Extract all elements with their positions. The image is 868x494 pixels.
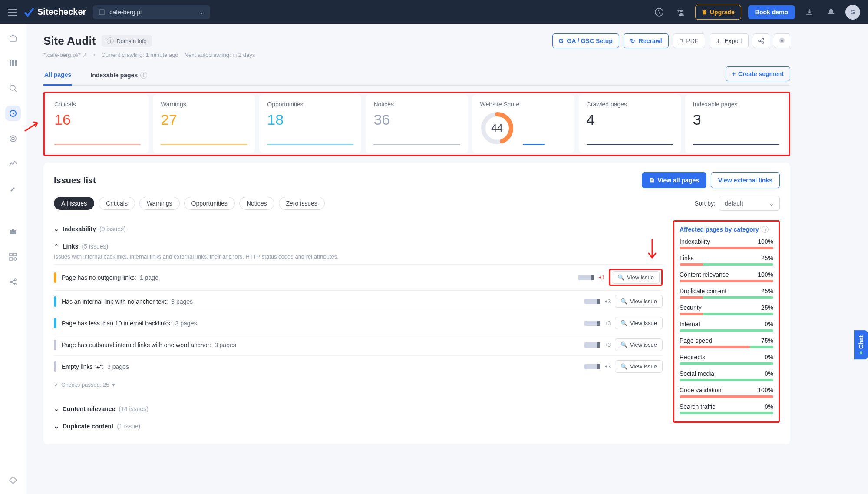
chevron-down-icon: ▾ xyxy=(112,381,115,388)
view-issue-button[interactable]: 🔍View issue xyxy=(615,295,663,308)
nav-monitor-icon[interactable] xyxy=(5,80,21,96)
filter-notices[interactable]: Notices xyxy=(239,197,274,210)
site-selector[interactable]: cafe-berg.pl ⌄ xyxy=(93,5,210,19)
dot-icon xyxy=(860,351,862,354)
issue-text: Page has no outgoing links: 1 page xyxy=(62,274,158,281)
affected-row[interactable]: Page speed75% xyxy=(680,337,773,348)
nav-briefcase-icon[interactable] xyxy=(5,224,21,239)
info-icon: i xyxy=(140,72,147,79)
main-content: Site Audit i Domain info GGA / GSC Setup… xyxy=(26,24,808,494)
download-icon[interactable] xyxy=(802,5,817,20)
card-website-score[interactable]: Website Score 44 xyxy=(472,95,574,153)
filter-criticals[interactable]: Criticals xyxy=(99,197,135,210)
view-external-links-button[interactable]: View external links xyxy=(711,172,780,188)
affected-row[interactable]: Content relevance100% xyxy=(680,271,773,282)
domain-path[interactable]: *.cafe-berg.pl/* ↗ xyxy=(43,52,87,58)
card-opportunities[interactable]: Opportunities 18 xyxy=(259,95,361,153)
tab-all-pages[interactable]: All pages xyxy=(43,66,72,86)
svg-rect-13 xyxy=(10,253,12,256)
ga-gsc-button[interactable]: GGA / GSC Setup xyxy=(552,33,619,48)
filter-all-issues[interactable]: All issues xyxy=(54,197,94,210)
affected-row[interactable]: Code validation100% xyxy=(680,387,773,398)
add-user-icon[interactable] xyxy=(673,5,688,20)
svg-point-9 xyxy=(10,136,16,142)
user-avatar[interactable]: G xyxy=(845,5,860,20)
nav-share-icon[interactable] xyxy=(5,274,21,290)
card-indexable-pages[interactable]: Indexable pages 3 xyxy=(685,95,787,153)
view-issue-button[interactable]: 🔍View issue xyxy=(615,360,663,373)
create-segment-button[interactable]: +Create segment xyxy=(726,66,790,81)
category-duplicate-content[interactable]: ⌄ Duplicate content (1 issue) xyxy=(54,418,663,435)
card-notices[interactable]: Notices 36 xyxy=(366,95,468,153)
severity-indicator xyxy=(54,361,56,372)
svg-rect-4 xyxy=(10,60,11,66)
card-criticals[interactable]: Criticals 16 xyxy=(46,95,149,153)
filter-zero-issues[interactable]: Zero issues xyxy=(279,197,325,210)
category-indexability[interactable]: ⌄ Indexability (9 issues) xyxy=(54,220,663,238)
affected-row[interactable]: Duplicate content25% xyxy=(680,288,773,299)
severity-indicator xyxy=(54,340,56,350)
svg-rect-5 xyxy=(12,60,14,66)
tab-indexable-pages[interactable]: Indexable pagesi xyxy=(89,66,148,85)
svg-point-10 xyxy=(12,137,14,140)
affected-row[interactable]: Internal0% xyxy=(680,321,773,332)
recrawl-button[interactable]: ↻Recrawl xyxy=(624,33,669,48)
site-name: cafe-berg.pl xyxy=(109,9,142,16)
issue-row: Page has no outgoing links: 1 page +1 🔍V… xyxy=(54,264,663,290)
view-all-pages-button[interactable]: 🗎View all pages xyxy=(642,172,706,188)
nav-home-icon[interactable] xyxy=(5,30,21,46)
filter-opportunities[interactable]: Opportunities xyxy=(184,197,235,210)
category-content-relevance[interactable]: ⌄ Content relevance (14 issues) xyxy=(54,400,663,418)
info-icon[interactable]: i xyxy=(762,226,769,233)
external-link-icon: ↗ xyxy=(83,52,87,58)
affected-pages-box: Affected pages by category i Indexabilit… xyxy=(673,220,780,423)
nav-tools-icon[interactable] xyxy=(5,181,21,197)
affected-row[interactable]: Social media0% xyxy=(680,370,773,381)
export-button[interactable]: ⤓Export xyxy=(710,33,749,48)
affected-row[interactable]: Search traffic0% xyxy=(680,403,773,414)
svg-point-20 xyxy=(759,40,760,42)
card-crawled-pages[interactable]: Crawled pages 4 xyxy=(579,95,681,153)
notifications-icon[interactable] xyxy=(824,5,838,20)
category-links[interactable]: ⌃ Links (5 issues) xyxy=(54,238,663,255)
sort-select[interactable]: default⌄ xyxy=(719,196,780,211)
nav-dashboard-icon[interactable] xyxy=(5,55,21,71)
affected-title: Affected pages by category i xyxy=(680,226,773,233)
search-icon: 🔍 xyxy=(620,341,627,348)
share-button[interactable] xyxy=(753,33,769,48)
nav-widget-icon[interactable] xyxy=(5,472,21,488)
card-warnings[interactable]: Warnings 27 xyxy=(153,95,255,153)
upgrade-button[interactable]: ♛ Upgrade xyxy=(695,5,741,20)
affected-row[interactable]: Security25% xyxy=(680,304,773,315)
view-issue-button[interactable]: 🔍View issue xyxy=(615,317,663,329)
filter-warnings[interactable]: Warnings xyxy=(139,197,180,210)
affected-row[interactable]: Links25% xyxy=(680,255,773,266)
affected-row[interactable]: Redirects0% xyxy=(680,354,773,365)
checks-passed[interactable]: ✓ Checks passed: 25 ▾ xyxy=(54,381,663,388)
chat-widget[interactable]: Chat xyxy=(854,330,868,359)
affected-row[interactable]: Indexability100% xyxy=(680,238,773,249)
view-issue-button[interactable]: 🔍View issue xyxy=(615,338,663,351)
menu-icon[interactable] xyxy=(8,9,17,16)
nav-rank-icon[interactable] xyxy=(5,131,21,146)
svg-point-19 xyxy=(14,283,16,285)
issue-row: Page has less than 10 internal backlinks… xyxy=(54,312,663,334)
svg-text:?: ? xyxy=(658,9,661,15)
book-demo-button[interactable]: Book demo xyxy=(748,5,795,19)
svg-point-3 xyxy=(680,10,683,12)
issue-text: Empty links "#": 3 pages xyxy=(62,363,129,370)
nav-insights-icon[interactable] xyxy=(5,156,21,172)
nav-extensions-icon[interactable] xyxy=(5,249,21,265)
pdf-button[interactable]: ⎙PDF xyxy=(673,33,705,48)
info-icon: i xyxy=(107,37,114,44)
settings-button[interactable] xyxy=(774,33,790,48)
top-bar: Sitechecker cafe-berg.pl ⌄ ? ♛ Upgrade B… xyxy=(0,0,868,24)
view-issue-button[interactable]: 🔍View issue xyxy=(612,271,660,284)
help-icon[interactable]: ? xyxy=(652,5,667,20)
nav-audit-icon[interactable] xyxy=(5,106,21,121)
brand-logo[interactable]: Sitechecker xyxy=(23,7,86,17)
trend-spark xyxy=(584,299,600,304)
domain-info-button[interactable]: i Domain info xyxy=(102,35,152,47)
issue-text: Has an internal link with no anchor text… xyxy=(62,298,193,305)
svg-point-22 xyxy=(762,42,764,43)
